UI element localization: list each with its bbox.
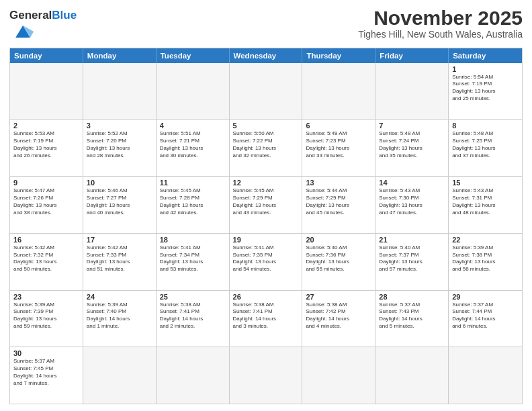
calendar-cell: 29Sunrise: 5:37 AM Sunset: 7:44 PM Dayli…	[449, 291, 522, 347]
calendar-cell: 12Sunrise: 5:45 AM Sunset: 7:29 PM Dayli…	[230, 177, 303, 233]
cell-info: Sunrise: 5:54 AM Sunset: 7:19 PM Dayligh…	[452, 74, 519, 103]
calendar-cell: 26Sunrise: 5:38 AM Sunset: 7:41 PM Dayli…	[230, 291, 303, 347]
calendar-row: 9Sunrise: 5:47 AM Sunset: 7:26 PM Daylig…	[10, 177, 522, 234]
cell-day-number: 7	[379, 122, 445, 130]
logo-general: General	[9, 9, 52, 21]
calendar-row: 1Sunrise: 5:54 AM Sunset: 7:19 PM Daylig…	[10, 63, 522, 120]
calendar-cell: 16Sunrise: 5:42 AM Sunset: 7:32 PM Dayli…	[10, 234, 83, 290]
day-header: Sunday	[10, 48, 83, 63]
cell-info: Sunrise: 5:39 AM Sunset: 7:38 PM Dayligh…	[452, 244, 519, 273]
cell-day-number: 24	[87, 293, 152, 301]
calendar-cell	[302, 347, 375, 404]
calendar-cell: 7Sunrise: 5:48 AM Sunset: 7:24 PM Daylig…	[375, 120, 449, 176]
logo: GeneralBlue	[9, 9, 77, 44]
calendar-cell: 30Sunrise: 5:37 AM Sunset: 7:45 PM Dayli…	[10, 347, 83, 404]
cell-day-number: 19	[233, 236, 299, 244]
calendar-cell: 4Sunrise: 5:51 AM Sunset: 7:21 PM Daylig…	[157, 120, 230, 176]
cell-day-number: 29	[452, 293, 519, 301]
calendar-cell: 3Sunrise: 5:52 AM Sunset: 7:20 PM Daylig…	[83, 120, 157, 176]
cell-day-number: 14	[379, 179, 445, 187]
calendar-cell: 25Sunrise: 5:38 AM Sunset: 7:41 PM Dayli…	[157, 291, 230, 347]
day-header: Friday	[375, 48, 449, 63]
calendar-cell: 28Sunrise: 5:37 AM Sunset: 7:43 PM Dayli…	[375, 291, 449, 347]
cell-info: Sunrise: 5:38 AM Sunset: 7:41 PM Dayligh…	[160, 302, 226, 330]
logo-blue: Blue	[52, 9, 77, 21]
cell-info: Sunrise: 5:42 AM Sunset: 7:33 PM Dayligh…	[87, 244, 152, 273]
header: GeneralBlue November 2025 Tighes Hill, N…	[9, 7, 523, 44]
cell-day-number: 26	[233, 293, 299, 301]
cell-info: Sunrise: 5:43 AM Sunset: 7:31 PM Dayligh…	[452, 187, 519, 216]
calendar-cell	[375, 347, 449, 404]
cell-info: Sunrise: 5:41 AM Sunset: 7:35 PM Dayligh…	[233, 244, 299, 273]
calendar-cell: 13Sunrise: 5:44 AM Sunset: 7:29 PM Dayli…	[302, 177, 375, 233]
cell-info: Sunrise: 5:48 AM Sunset: 7:25 PM Dayligh…	[452, 130, 519, 159]
cell-info: Sunrise: 5:47 AM Sunset: 7:26 PM Dayligh…	[13, 187, 79, 216]
cell-info: Sunrise: 5:49 AM Sunset: 7:23 PM Dayligh…	[306, 130, 371, 159]
day-header: Monday	[83, 48, 157, 63]
cell-day-number: 3	[87, 122, 152, 130]
cell-day-number: 11	[160, 179, 226, 187]
cell-info: Sunrise: 5:37 AM Sunset: 7:44 PM Dayligh…	[452, 302, 519, 330]
calendar-cell: 14Sunrise: 5:43 AM Sunset: 7:30 PM Dayli…	[375, 177, 449, 233]
month-title: November 2025	[358, 7, 523, 29]
calendar-cell: 5Sunrise: 5:50 AM Sunset: 7:22 PM Daylig…	[230, 120, 303, 176]
calendar-row: 23Sunrise: 5:39 AM Sunset: 7:39 PM Dayli…	[10, 291, 522, 348]
location: Tighes Hill, New South Wales, Australia	[358, 29, 523, 40]
calendar-cell	[302, 63, 375, 120]
cell-day-number: 9	[13, 179, 79, 187]
calendar-row: 2Sunrise: 5:53 AM Sunset: 7:19 PM Daylig…	[10, 120, 522, 177]
calendar-cell	[449, 347, 522, 404]
cell-day-number: 6	[306, 122, 371, 130]
calendar-cell: 2Sunrise: 5:53 AM Sunset: 7:19 PM Daylig…	[10, 120, 83, 176]
cell-day-number: 22	[452, 236, 519, 244]
cell-day-number: 17	[87, 236, 152, 244]
cell-info: Sunrise: 5:45 AM Sunset: 7:29 PM Dayligh…	[233, 187, 299, 216]
cell-day-number: 4	[160, 122, 226, 130]
cell-day-number: 30	[13, 349, 79, 357]
cell-day-number: 16	[13, 236, 79, 244]
calendar-cell: 24Sunrise: 5:39 AM Sunset: 7:40 PM Dayli…	[83, 291, 157, 347]
cell-day-number: 2	[13, 122, 79, 130]
calendar-cell: 18Sunrise: 5:41 AM Sunset: 7:34 PM Dayli…	[157, 234, 230, 290]
cell-day-number: 10	[87, 179, 152, 187]
calendar-cell: 22Sunrise: 5:39 AM Sunset: 7:38 PM Dayli…	[449, 234, 522, 290]
cell-info: Sunrise: 5:39 AM Sunset: 7:40 PM Dayligh…	[87, 302, 152, 330]
calendar-cell	[157, 63, 230, 120]
cell-info: Sunrise: 5:43 AM Sunset: 7:30 PM Dayligh…	[379, 187, 445, 216]
cell-day-number: 1	[452, 65, 519, 73]
cell-day-number: 13	[306, 179, 371, 187]
calendar-cell: 10Sunrise: 5:46 AM Sunset: 7:27 PM Dayli…	[83, 177, 157, 233]
cell-day-number: 23	[13, 293, 79, 301]
calendar-cell: 8Sunrise: 5:48 AM Sunset: 7:25 PM Daylig…	[449, 120, 522, 176]
calendar-body: 1Sunrise: 5:54 AM Sunset: 7:19 PM Daylig…	[10, 63, 522, 404]
cell-info: Sunrise: 5:53 AM Sunset: 7:19 PM Dayligh…	[13, 130, 79, 159]
cell-info: Sunrise: 5:45 AM Sunset: 7:28 PM Dayligh…	[160, 187, 226, 216]
logo-icon	[11, 22, 35, 41]
cell-info: Sunrise: 5:40 AM Sunset: 7:36 PM Dayligh…	[306, 244, 371, 273]
calendar-cell	[230, 347, 303, 404]
calendar-cell	[157, 347, 230, 404]
day-header: Tuesday	[157, 48, 230, 63]
cell-day-number: 5	[233, 122, 299, 130]
day-header: Saturday	[449, 48, 522, 63]
cell-day-number: 21	[379, 236, 445, 244]
cell-info: Sunrise: 5:48 AM Sunset: 7:24 PM Dayligh…	[379, 130, 445, 159]
calendar-cell: 19Sunrise: 5:41 AM Sunset: 7:35 PM Dayli…	[230, 234, 303, 290]
cell-day-number: 28	[379, 293, 445, 301]
cell-day-number: 25	[160, 293, 226, 301]
day-headers: SundayMondayTuesdayWednesdayThursdayFrid…	[10, 48, 522, 63]
cell-info: Sunrise: 5:38 AM Sunset: 7:41 PM Dayligh…	[233, 302, 299, 330]
cell-info: Sunrise: 5:37 AM Sunset: 7:43 PM Dayligh…	[379, 302, 445, 330]
calendar-cell: 27Sunrise: 5:38 AM Sunset: 7:42 PM Dayli…	[302, 291, 375, 347]
calendar-cell: 20Sunrise: 5:40 AM Sunset: 7:36 PM Dayli…	[302, 234, 375, 290]
title-block: November 2025 Tighes Hill, New South Wal…	[358, 7, 523, 40]
calendar-cell: 6Sunrise: 5:49 AM Sunset: 7:23 PM Daylig…	[302, 120, 375, 176]
cell-info: Sunrise: 5:50 AM Sunset: 7:22 PM Dayligh…	[233, 130, 299, 159]
cell-info: Sunrise: 5:37 AM Sunset: 7:45 PM Dayligh…	[13, 358, 79, 387]
cell-info: Sunrise: 5:52 AM Sunset: 7:20 PM Dayligh…	[87, 130, 152, 159]
page: GeneralBlue November 2025 Tighes Hill, N…	[0, 0, 532, 411]
calendar-cell: 15Sunrise: 5:43 AM Sunset: 7:31 PM Dayli…	[449, 177, 522, 233]
cell-info: Sunrise: 5:42 AM Sunset: 7:32 PM Dayligh…	[13, 244, 79, 273]
cell-day-number: 12	[233, 179, 299, 187]
calendar-cell	[375, 63, 449, 120]
